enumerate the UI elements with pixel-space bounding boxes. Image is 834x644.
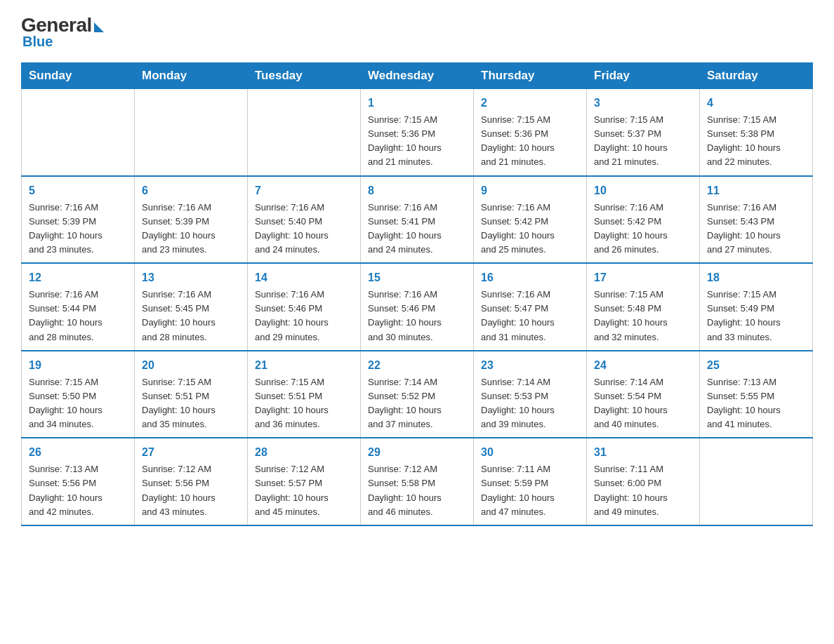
day-number: 6: [142, 182, 240, 199]
calendar-day-cell: [700, 438, 813, 525]
calendar-day-cell: [248, 89, 361, 176]
day-number: 20: [142, 357, 240, 374]
day-number: 12: [29, 269, 127, 286]
day-info: Sunrise: 7:16 AMSunset: 5:46 PMDaylight:…: [368, 288, 466, 344]
day-info: Sunrise: 7:16 AMSunset: 5:45 PMDaylight:…: [142, 288, 240, 344]
day-number: 29: [368, 444, 466, 461]
day-info: Sunrise: 7:14 AMSunset: 5:53 PMDaylight:…: [481, 375, 579, 432]
day-number: 9: [481, 182, 579, 199]
day-number: 30: [481, 444, 579, 461]
day-number: 23: [481, 357, 579, 374]
day-number: 11: [707, 182, 805, 199]
calendar-day-cell: 8Sunrise: 7:16 AMSunset: 5:41 PMDaylight…: [361, 176, 474, 264]
day-info: Sunrise: 7:15 AMSunset: 5:48 PMDaylight:…: [594, 288, 692, 344]
calendar-day-cell: 26Sunrise: 7:13 AMSunset: 5:56 PMDayligh…: [22, 438, 135, 525]
day-number: 25: [707, 357, 805, 374]
day-info: Sunrise: 7:13 AMSunset: 5:56 PMDaylight:…: [29, 462, 127, 519]
calendar-day-cell: 17Sunrise: 7:15 AMSunset: 5:48 PMDayligh…: [587, 263, 700, 351]
day-number: 13: [142, 269, 240, 286]
day-info: Sunrise: 7:15 AMSunset: 5:50 PMDaylight:…: [29, 375, 127, 432]
day-number: 7: [255, 182, 353, 199]
logo: General Blue: [21, 14, 104, 50]
day-number: 26: [29, 444, 127, 461]
calendar-day-cell: 4Sunrise: 7:15 AMSunset: 5:38 PMDaylight…: [700, 89, 813, 176]
calendar-day-cell: 14Sunrise: 7:16 AMSunset: 5:46 PMDayligh…: [248, 263, 361, 351]
day-info: Sunrise: 7:11 AMSunset: 6:00 PMDaylight:…: [594, 462, 692, 519]
calendar-header-friday: Friday: [587, 63, 700, 89]
day-info: Sunrise: 7:16 AMSunset: 5:42 PMDaylight:…: [481, 201, 579, 257]
day-number: 28: [255, 444, 353, 461]
calendar-header-tuesday: Tuesday: [248, 63, 361, 89]
day-info: Sunrise: 7:12 AMSunset: 5:58 PMDaylight:…: [368, 462, 466, 519]
calendar-day-cell: 22Sunrise: 7:14 AMSunset: 5:52 PMDayligh…: [361, 351, 474, 438]
calendar-day-cell: 23Sunrise: 7:14 AMSunset: 5:53 PMDayligh…: [474, 351, 587, 438]
day-info: Sunrise: 7:16 AMSunset: 5:41 PMDaylight:…: [368, 201, 466, 257]
calendar-day-cell: 18Sunrise: 7:15 AMSunset: 5:49 PMDayligh…: [700, 263, 813, 351]
calendar-day-cell: 31Sunrise: 7:11 AMSunset: 6:00 PMDayligh…: [587, 438, 700, 525]
calendar-day-cell: 3Sunrise: 7:15 AMSunset: 5:37 PMDaylight…: [587, 89, 700, 176]
day-info: Sunrise: 7:11 AMSunset: 5:59 PMDaylight:…: [481, 462, 579, 519]
calendar-day-cell: 1Sunrise: 7:15 AMSunset: 5:36 PMDaylight…: [361, 89, 474, 176]
day-info: Sunrise: 7:14 AMSunset: 5:52 PMDaylight:…: [368, 375, 466, 432]
day-number: 2: [481, 95, 579, 112]
calendar-header-sunday: Sunday: [22, 63, 135, 89]
day-number: 21: [255, 357, 353, 374]
day-info: Sunrise: 7:15 AMSunset: 5:36 PMDaylight:…: [481, 113, 579, 170]
calendar-day-cell: 27Sunrise: 7:12 AMSunset: 5:56 PMDayligh…: [135, 438, 248, 525]
calendar-table: SundayMondayTuesdayWednesdayThursdayFrid…: [21, 62, 813, 526]
calendar-header-thursday: Thursday: [474, 63, 587, 89]
day-info: Sunrise: 7:12 AMSunset: 5:57 PMDaylight:…: [255, 462, 353, 519]
calendar-header-row: SundayMondayTuesdayWednesdayThursdayFrid…: [22, 63, 813, 89]
day-number: 16: [481, 269, 579, 286]
calendar-day-cell: 16Sunrise: 7:16 AMSunset: 5:47 PMDayligh…: [474, 263, 587, 351]
day-number: 14: [255, 269, 353, 286]
calendar-header-saturday: Saturday: [700, 63, 813, 89]
calendar-week-row: 19Sunrise: 7:15 AMSunset: 5:50 PMDayligh…: [22, 351, 813, 438]
day-number: 15: [368, 269, 466, 286]
calendar-day-cell: 6Sunrise: 7:16 AMSunset: 5:39 PMDaylight…: [135, 176, 248, 264]
day-info: Sunrise: 7:16 AMSunset: 5:46 PMDaylight:…: [255, 288, 353, 344]
logo-arrow-icon: [94, 22, 104, 32]
calendar-day-cell: 10Sunrise: 7:16 AMSunset: 5:42 PMDayligh…: [587, 176, 700, 264]
day-number: 1: [368, 95, 466, 112]
calendar-day-cell: 30Sunrise: 7:11 AMSunset: 5:59 PMDayligh…: [474, 438, 587, 525]
day-number: 31: [594, 444, 692, 461]
day-number: 17: [594, 269, 692, 286]
day-info: Sunrise: 7:16 AMSunset: 5:43 PMDaylight:…: [707, 201, 805, 257]
calendar-day-cell: 11Sunrise: 7:16 AMSunset: 5:43 PMDayligh…: [700, 176, 813, 264]
day-info: Sunrise: 7:16 AMSunset: 5:42 PMDaylight:…: [594, 201, 692, 257]
day-info: Sunrise: 7:13 AMSunset: 5:55 PMDaylight:…: [707, 375, 805, 432]
calendar-day-cell: 9Sunrise: 7:16 AMSunset: 5:42 PMDaylight…: [474, 176, 587, 264]
day-number: 3: [594, 95, 692, 112]
day-info: Sunrise: 7:16 AMSunset: 5:44 PMDaylight:…: [29, 288, 127, 344]
calendar-day-cell: 28Sunrise: 7:12 AMSunset: 5:57 PMDayligh…: [248, 438, 361, 525]
day-info: Sunrise: 7:15 AMSunset: 5:36 PMDaylight:…: [368, 113, 466, 170]
calendar-day-cell: [22, 89, 135, 176]
day-info: Sunrise: 7:16 AMSunset: 5:39 PMDaylight:…: [29, 201, 127, 257]
calendar-header-wednesday: Wednesday: [361, 63, 474, 89]
day-number: 19: [29, 357, 127, 374]
calendar-day-cell: 13Sunrise: 7:16 AMSunset: 5:45 PMDayligh…: [135, 263, 248, 351]
calendar-day-cell: 20Sunrise: 7:15 AMSunset: 5:51 PMDayligh…: [135, 351, 248, 438]
calendar-header-monday: Monday: [135, 63, 248, 89]
day-info: Sunrise: 7:14 AMSunset: 5:54 PMDaylight:…: [594, 375, 692, 432]
calendar-day-cell: 21Sunrise: 7:15 AMSunset: 5:51 PMDayligh…: [248, 351, 361, 438]
day-number: 18: [707, 269, 805, 286]
calendar-day-cell: 25Sunrise: 7:13 AMSunset: 5:55 PMDayligh…: [700, 351, 813, 438]
day-number: 8: [368, 182, 466, 199]
calendar-week-row: 1Sunrise: 7:15 AMSunset: 5:36 PMDaylight…: [22, 89, 813, 176]
calendar-day-cell: 2Sunrise: 7:15 AMSunset: 5:36 PMDaylight…: [474, 89, 587, 176]
day-info: Sunrise: 7:12 AMSunset: 5:56 PMDaylight:…: [142, 462, 240, 519]
day-number: 10: [594, 182, 692, 199]
day-info: Sunrise: 7:15 AMSunset: 5:38 PMDaylight:…: [707, 113, 805, 170]
calendar-day-cell: 19Sunrise: 7:15 AMSunset: 5:50 PMDayligh…: [22, 351, 135, 438]
day-number: 5: [29, 182, 127, 199]
logo-blue-text: Blue: [22, 34, 53, 50]
calendar-day-cell: 24Sunrise: 7:14 AMSunset: 5:54 PMDayligh…: [587, 351, 700, 438]
day-info: Sunrise: 7:15 AMSunset: 5:51 PMDaylight:…: [142, 375, 240, 432]
day-number: 27: [142, 444, 240, 461]
day-info: Sunrise: 7:15 AMSunset: 5:49 PMDaylight:…: [707, 288, 805, 344]
day-info: Sunrise: 7:16 AMSunset: 5:39 PMDaylight:…: [142, 201, 240, 257]
day-number: 24: [594, 357, 692, 374]
day-info: Sunrise: 7:16 AMSunset: 5:47 PMDaylight:…: [481, 288, 579, 344]
